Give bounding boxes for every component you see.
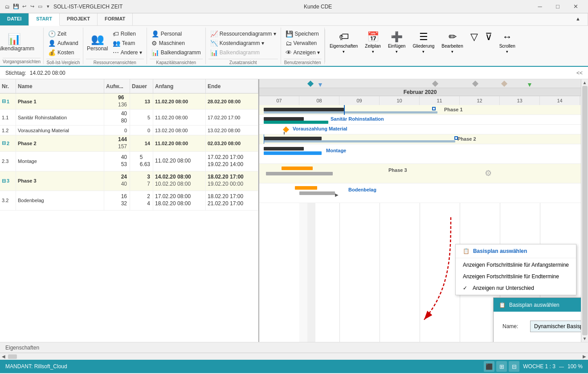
td-nr: 1.1 <box>0 110 16 125</box>
tab-datei[interactable]: DATEI <box>0 13 29 25</box>
eigenschaften-arrow: ▾ <box>343 49 345 54</box>
anzeigen-btn[interactable]: 👁 Anzeigen ▾ <box>284 48 322 57</box>
kostendiagramm-label: Kostendiagramm ▾ <box>220 40 264 46</box>
redo-icon[interactable]: ↪ <box>29 3 36 10</box>
scroll-up-btn[interactable]: ▲ <box>583 80 587 85</box>
tools-buttons: 🏷 Eigenschaften ▾ 📅 Zeitplan ▾ ➕ Einfüge… <box>328 28 585 64</box>
rollen-btn[interactable]: 🏷 Rollen <box>111 29 144 38</box>
balken-zusatz-icon: 📊 <box>210 49 218 56</box>
maschinen-btn[interactable]: ⚙ Maschinen <box>150 39 203 48</box>
eigenschaften-btn[interactable]: 🏷 Eigenschaften ▾ <box>328 29 359 56</box>
scroll-thumb[interactable] <box>582 86 588 335</box>
td-ende: 02.03.20 08:00 <box>206 135 258 151</box>
balkendiagramm-btn[interactable]: 📊 Balkendiagramm <box>3 29 26 56</box>
dialog-body: Name: Dynamischer Basisplan ▾ OK Abbrech… <box>494 312 581 342</box>
tab-start[interactable]: START <box>29 13 60 26</box>
tab-projekt[interactable]: PROJEKT <box>60 13 98 25</box>
window-icon[interactable]: ▭ <box>37 3 44 10</box>
bearbeiten-icon: ✏ <box>449 31 457 43</box>
title-bar: 🗂 💾 ↩ ↪ ▭ ▾ SOLL-IST-VERGLEICH ZEIT Kund… <box>0 0 588 13</box>
context-item-end[interactable]: Anzeigen Fortschrittslinie für Endtermin… <box>456 271 576 282</box>
h-scroll-thumb[interactable] <box>8 354 17 359</box>
v-scrollbar[interactable]: ▲ ▼ <box>581 79 588 342</box>
tab-format[interactable]: FORMAT <box>98 13 133 25</box>
td-nr: ⊟1 <box>0 94 16 109</box>
maximize-btn[interactable]: □ <box>549 0 567 13</box>
table-row: 1.2 Vorauszahlung Material 0 0 13.02.20 … <box>0 126 258 135</box>
zusatz-buttons: 📈 Ressourcendiagramm ▾ 📉 Kostendiagramm … <box>208 28 278 59</box>
filter2-icon: ⊽ <box>485 31 492 43</box>
balkendiagramm-kap-btn[interactable]: 📊 Balkendiagramm <box>150 48 203 57</box>
table-body: ⊟1 Phase 1 96136 13 11.02.20 08:00 28.02… <box>0 94 258 342</box>
bearbeiten-btn[interactable]: ✏ Bearbeiten ▾ <box>440 29 465 56</box>
gantt-label-32: Bodenbelag <box>348 187 376 192</box>
expand-icon[interactable]: ⊟ <box>2 178 6 184</box>
zeitplan-btn[interactable]: 📅 Zeitplan ▾ <box>363 29 383 56</box>
undo-icon[interactable]: ↩ <box>20 3 28 10</box>
team-btn[interactable]: 👥 Team <box>111 39 144 48</box>
day-cell-09: 09 <box>339 96 380 105</box>
expand-icon[interactable]: ⊟ <box>2 98 6 104</box>
td-anfang: 11.02.20 08:00 <box>153 135 206 151</box>
personal-kap-icon: 👤 <box>151 30 159 37</box>
bar-phase1-actual <box>264 111 437 114</box>
filter-icon: ▽ <box>470 31 478 43</box>
kostendiagramm-btn[interactable]: 📉 Kostendiagramm ▾ <box>208 39 278 48</box>
filter-btn[interactable]: ▽ <box>469 29 480 45</box>
save-icon[interactable]: 💾 <box>12 3 20 10</box>
kostendiagramm-icon: 📉 <box>210 40 218 47</box>
aufwand-btn[interactable]: 👤 Aufwand <box>46 39 80 48</box>
status-icon-1[interactable]: ⬛ <box>484 361 494 372</box>
status-icon-3[interactable]: ⊟ <box>509 361 519 372</box>
kosten-btn[interactable]: 💰 Kosten <box>46 48 80 57</box>
context-item-basisplan[interactable]: 📋 Basisplan auswählen <box>456 245 576 257</box>
minimize-btn[interactable]: ─ <box>531 0 549 13</box>
benutzer-col: 💾 Speichern 🗂 Verwalten 👁 Anzeigen ▾ <box>284 29 322 57</box>
context-label-end: Anzeigen Fortschrittslinie für Endtermin… <box>463 273 559 280</box>
status-icon-2[interactable]: ⊞ <box>496 361 507 372</box>
verwalten-icon: 🗂 <box>286 40 292 47</box>
h-scrollbar[interactable]: ◀ ▶ <box>0 353 588 360</box>
bar-23-actual <box>264 151 322 155</box>
scroll-down-btn[interactable]: ▼ <box>583 336 587 341</box>
personal-kap-btn[interactable]: 👤 Personal <box>150 29 203 38</box>
team-icon: 👥 <box>113 40 120 47</box>
scrollen-btn[interactable]: ↔ Scrollen ▾ <box>498 29 517 56</box>
personal-large-btn[interactable]: 👥 Personal <box>86 29 109 56</box>
ressourcendiagramm-icon: 📈 <box>210 30 218 37</box>
td-aufw: 4080 <box>104 110 130 125</box>
filter2-btn[interactable]: ⊽ <box>483 29 494 45</box>
gliederung-btn[interactable]: ☰ Gliederung ▾ <box>411 29 436 56</box>
ribbon-content: 📊 Balkendiagramm Vorgangsansichten 🕐 Zei… <box>0 26 588 66</box>
tab-collapse[interactable]: ▲ <box>568 13 588 25</box>
ressourcendiagramm-btn[interactable]: 📈 Ressourcendiagramm ▾ <box>208 29 278 38</box>
dropdown-icon[interactable]: ▾ <box>45 3 52 10</box>
balken-zusatz-btn[interactable]: 📊 Balkendiagramm <box>208 48 278 57</box>
ribbon: DATEI START PROJEKT FORMAT ▲ 📊 Balkendia… <box>0 13 588 67</box>
gantt-row-23: Montage <box>259 144 581 164</box>
ressourcen-col: 🏷 Rollen 👥 Team ⋯ Andere ▾ <box>111 29 144 57</box>
verwalten-btn[interactable]: 🗂 Verwalten <box>284 39 322 48</box>
td-name: Montage <box>16 152 104 171</box>
einfuegen-btn[interactable]: ➕ Einfügen ▾ <box>386 29 407 56</box>
andere-btn[interactable]: ⋯ Andere ▾ <box>111 48 144 57</box>
group-tools: 🏷 Eigenschaften ▾ 📅 Zeitplan ▾ ➕ Einfüge… <box>325 28 588 64</box>
table-header: Nr. Name Aufw... Dauer Anfang Ende <box>0 79 258 94</box>
expand-icon[interactable]: ⊟ <box>2 140 6 146</box>
context-menu-icon[interactable]: ⚙ <box>485 168 492 178</box>
close-btn[interactable]: ✕ <box>567 0 584 13</box>
td-name: Phase 1 <box>16 94 104 109</box>
gliederung-icon: ☰ <box>419 31 428 43</box>
td-nr: 3.2 <box>0 191 16 210</box>
scroll-left-btn[interactable]: ◀ <box>0 354 7 359</box>
scrollen-arrow: ▾ <box>506 49 508 54</box>
speichern-btn[interactable]: 💾 Speichern <box>284 29 322 38</box>
context-item-unterschied[interactable]: Anzeigen nur Unterschied <box>456 282 576 294</box>
dialog-select[interactable]: Dynamischer Basisplan ▾ <box>530 321 581 332</box>
stichtag-collapse-btn[interactable]: << <box>576 70 583 76</box>
context-item-anfang[interactable]: Anzeigen Fortschrittslinie für Anfangste… <box>456 259 576 271</box>
balkendiagramm-label: Balkendiagramm <box>0 45 34 52</box>
zeit-btn[interactable]: 🕐 Zeit <box>46 29 80 38</box>
scroll-right-btn[interactable]: ▶ <box>581 354 588 359</box>
table-row: ⊟2 Phase 2 144157 14 11.02.20 08:00 02.0… <box>0 135 258 151</box>
